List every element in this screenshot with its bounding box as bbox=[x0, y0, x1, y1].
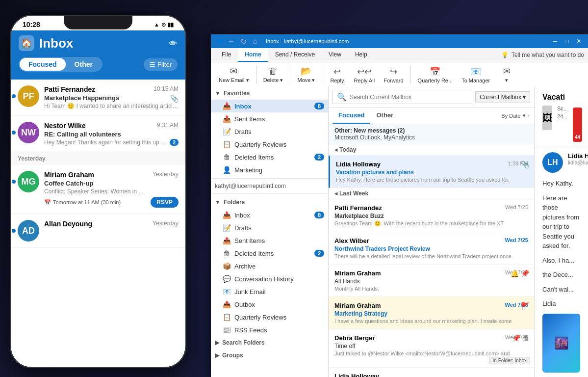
phone-mockup: 10:28 ▲⊙▮▮ 🏠 Inbox ✏ Focused Ot bbox=[0, 0, 211, 377]
sidebar-item-rss[interactable]: 📰 RSS Feeds bbox=[211, 323, 328, 336]
minimize-button[interactable]: ─ bbox=[550, 36, 561, 47]
reply-icon: ↩ bbox=[333, 66, 341, 77]
undo-button[interactable]: ↻ bbox=[238, 36, 248, 46]
separator bbox=[322, 66, 322, 83]
email-sender: Allan Deyoung bbox=[44, 220, 92, 228]
new-email-button[interactable]: ✉ New Email ▾ bbox=[215, 64, 253, 85]
maximize-button[interactable]: □ bbox=[562, 36, 572, 47]
tab-home[interactable]: Home bbox=[238, 48, 268, 62]
sidebar-item-inbox[interactable]: 📥 Inbox 8 bbox=[211, 100, 328, 112]
sidebar-item-deleted2[interactable]: 🗑 Deleted Items 2 bbox=[211, 247, 328, 260]
tab-other[interactable]: Other bbox=[370, 108, 399, 124]
folders-header[interactable]: ▼ Folders bbox=[211, 196, 328, 209]
phone-edit-button[interactable]: ✏ bbox=[169, 37, 178, 49]
table-row[interactable]: 🚩 Miriam Graham Wed 7/25 Marketing Strat… bbox=[329, 297, 534, 329]
de-time: Wed 7/25 bbox=[505, 204, 528, 210]
table-row[interactable]: Alex Wilber Wed 7/25 Northwind Traders P… bbox=[329, 232, 534, 265]
attachment-preview[interactable]: 44 bbox=[573, 108, 582, 142]
list-item[interactable]: MG Miriam Graham Yesterday Coffee Catch-… bbox=[11, 165, 185, 214]
tab-file[interactable]: File bbox=[215, 48, 238, 62]
tab-view[interactable]: View bbox=[322, 48, 348, 62]
tab-send-receive[interactable]: Send / Receive bbox=[268, 48, 322, 62]
marketing-icon: 👤 bbox=[223, 166, 230, 174]
email-icons: 📌 🗑 bbox=[512, 334, 529, 342]
drafts-label: Drafts bbox=[234, 128, 324, 135]
phone-frame: 10:28 ▲⊙▮▮ 🏠 Inbox ✏ Focused Ot bbox=[10, 15, 186, 368]
search-input[interactable] bbox=[350, 94, 468, 101]
close-button[interactable]: ✕ bbox=[573, 36, 584, 47]
sort-icon: ▾ bbox=[523, 112, 526, 119]
de-header: Miriam Graham Wed 7/25 bbox=[334, 302, 528, 309]
phone-inbox-title: 🏠 Inbox bbox=[19, 35, 73, 51]
sidebar-item-sent2[interactable]: 📤 Sent Items bbox=[211, 234, 328, 247]
sidebar-item-convo[interactable]: 💬 Conversation History bbox=[211, 272, 328, 285]
reply-button[interactable]: ↩ Reply bbox=[325, 65, 349, 85]
drafts2-icon: 📝 bbox=[223, 224, 230, 232]
main-layout: ▼ Favorites 📥 Inbox 8 📤 Sent Items 📝 Dra… bbox=[211, 87, 588, 377]
sidebar-item-archive[interactable]: 📦 Archive bbox=[211, 260, 328, 272]
table-row[interactable]: 📌 🗑 Debra Berger Wed 7/25 Time off Just … bbox=[329, 329, 534, 368]
de-subject: Vacation pictures and plans bbox=[336, 169, 528, 176]
sidebar-item-marketing[interactable]: 👤 Marketing bbox=[211, 163, 328, 176]
email-preview: Conflict: Speaker Series: Women in ... bbox=[44, 188, 179, 195]
sidebar-item-drafts2[interactable]: 📝 Drafts bbox=[211, 221, 328, 234]
more-button[interactable]: ✉ ▾ bbox=[495, 64, 518, 85]
phone-tab-focused[interactable]: Focused bbox=[20, 58, 66, 71]
email-row: Miriam Graham Yesterday bbox=[44, 171, 179, 179]
sidebar-item-inbox2[interactable]: 📥 Inbox 8 bbox=[211, 209, 328, 221]
sender-row: LH Lidia Holloway lidia@lucernepubintl.c… bbox=[542, 152, 580, 173]
forward-button[interactable]: ← bbox=[227, 36, 236, 46]
back-button[interactable] bbox=[215, 36, 225, 46]
delete-label: Delete ▾ bbox=[263, 77, 283, 83]
sidebar-item-sent[interactable]: 📤 Sent Items bbox=[211, 112, 328, 125]
chevron-down-icon: ▼ bbox=[215, 199, 221, 206]
phone-tab-other[interactable]: Other bbox=[66, 58, 102, 71]
favorites-label: Favorites bbox=[224, 90, 250, 97]
tab-help[interactable]: Help bbox=[348, 48, 374, 62]
trash-icon: 🗑 bbox=[522, 334, 529, 342]
email-sort[interactable]: By Date ▾ ↑ bbox=[501, 112, 530, 119]
sidebar-item-junk[interactable]: 📧 Junk Email bbox=[211, 285, 328, 298]
list-item[interactable]: PF Patti Fernandez 10:15 AM Marketplace … bbox=[11, 80, 185, 116]
groups-header[interactable]: ▶ Groups bbox=[211, 349, 328, 362]
de-header: Lidia Holloway bbox=[334, 373, 528, 377]
search-folders-header[interactable]: ▶ Search Folders bbox=[211, 336, 328, 349]
search-box[interactable]: 🔍 bbox=[332, 90, 472, 104]
table-row[interactable]: 📎 Lidia Holloway 1:39 PM Vacation pictur… bbox=[329, 156, 534, 188]
move-button[interactable]: 📂 Move ▾ bbox=[293, 64, 319, 85]
to-manager-button[interactable]: 📧 To Manager bbox=[458, 65, 494, 85]
phone-tab-group: Focused Other bbox=[19, 57, 102, 72]
sidebar-item-quarterly2[interactable]: 📋 Quarterly Reviews bbox=[211, 311, 328, 323]
forward-button[interactable]: ↪ Forward bbox=[380, 65, 407, 85]
tell-me-label[interactable]: Tell me what you want to do bbox=[511, 52, 584, 58]
quarterly-button[interactable]: 📅 Quarterly Re... bbox=[414, 65, 457, 85]
table-row[interactable]: Lidia Holloway bbox=[329, 368, 534, 377]
favorites-header[interactable]: ▼ Favorites bbox=[211, 87, 328, 100]
list-item[interactable]: AD Allan Deyoung Yesterday bbox=[11, 214, 185, 248]
meeting-time: Tomorrow at 11 AM (30 min) bbox=[53, 199, 121, 205]
rsvp-button[interactable]: RSVP bbox=[151, 197, 179, 208]
new-messages-label: Other: New messages (2) bbox=[334, 127, 405, 134]
reply-all-button[interactable]: ↩↩ Reply All bbox=[350, 65, 379, 85]
tab-focused[interactable]: Focused bbox=[332, 108, 370, 124]
email-content: Miriam Graham Yesterday Coffee Catch-up … bbox=[44, 171, 179, 208]
home-icon[interactable]: ⌂ bbox=[250, 36, 260, 46]
email-time: Yesterday bbox=[153, 220, 179, 227]
mailbox-dropdown[interactable]: Current Mailbox ▾ bbox=[475, 91, 530, 103]
move-icon: 📂 bbox=[301, 66, 311, 77]
table-row[interactable]: Patti Fernandez Wed 7/25 Marketplace Buz… bbox=[329, 199, 534, 232]
archive-label: Archive bbox=[234, 263, 324, 270]
list-item[interactable]: NW Nestor Wilke 9:31 AM RE: Calling all … bbox=[11, 116, 185, 152]
table-row[interactable]: 🔔 📌 Miriam Graham Wed 7/25 All Hands Mon… bbox=[329, 265, 534, 297]
phone-time: 10:28 bbox=[23, 21, 40, 28]
separator bbox=[256, 66, 256, 83]
phone-filter-button[interactable]: ☰ Filter bbox=[144, 58, 178, 71]
sidebar-item-deleted[interactable]: 🗑 Deleted Items 2 bbox=[211, 151, 328, 163]
sidebar-item-drafts[interactable]: 📝 Drafts bbox=[211, 125, 328, 138]
sidebar-item-quarterly[interactable]: 📋 Quarterly Reviews bbox=[211, 138, 328, 151]
sidebar-item-outbox[interactable]: 📤 Outbox bbox=[211, 298, 328, 311]
attachment-thumbnail[interactable]: 🖼 bbox=[542, 106, 552, 130]
sidebar: ▼ Favorites 📥 Inbox 8 📤 Sent Items 📝 Dra… bbox=[211, 87, 329, 377]
email-content: Nestor Wilke 9:31 AM RE: Calling all vol… bbox=[44, 122, 179, 146]
delete-button[interactable]: 🗑 Delete ▾ bbox=[259, 65, 287, 85]
